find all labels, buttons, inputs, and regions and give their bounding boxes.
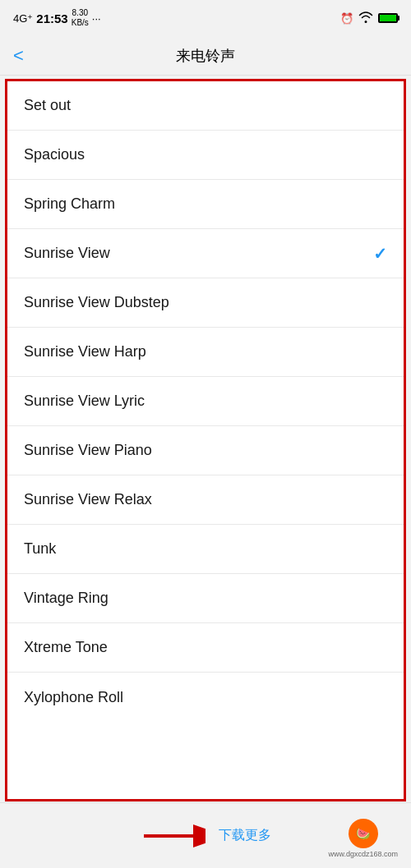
network-speed: 8.30KB/s	[72, 8, 89, 28]
status-time: 21:53	[36, 11, 67, 25]
ringtone-item[interactable]: Set out	[7, 81, 404, 131]
status-bar: 4G⁺ 21:53 8.30KB/s ··· ⏰	[0, 0, 411, 36]
arrow-icon	[140, 824, 206, 848]
ringtone-item[interactable]: Vintage Ring	[7, 574, 404, 623]
watermark-logo: 🍉	[349, 819, 378, 848]
ringtone-label: Sunrise View	[24, 245, 110, 262]
nav-bar: < 来电铃声	[0, 36, 411, 76]
ringtone-item[interactable]: Sunrise View Harp	[7, 328, 404, 377]
ringtone-item[interactable]: Xylophone Roll	[7, 673, 404, 722]
ringtone-item[interactable]: Spring Charm	[7, 180, 404, 229]
ringtone-label: Set out	[24, 97, 71, 114]
selected-check-icon: ✓	[373, 244, 387, 264]
ringtone-label: Sunrise View Lyric	[24, 393, 145, 410]
back-button[interactable]: <	[13, 45, 24, 67]
ringtone-item[interactable]: Sunrise View Relax	[7, 475, 404, 525]
status-left: 4G⁺ 21:53 8.30KB/s ···	[13, 8, 101, 28]
ringtone-item[interactable]: Sunrise View✓	[7, 229, 404, 278]
status-right: ⏰	[340, 11, 398, 25]
ringtone-label: Spring Charm	[24, 195, 115, 213]
ringtone-label: Xtreme Tone	[24, 639, 108, 656]
ringtone-label: Xylophone Roll	[24, 689, 123, 706]
dots-indicator: ···	[92, 12, 101, 25]
watermark: 🍉 www.dgxcdz168.com	[328, 819, 398, 858]
ringtone-label: Vintage Ring	[24, 590, 109, 607]
ringtone-item[interactable]: Tunk	[7, 525, 404, 574]
signal-indicator: 4G⁺	[13, 12, 33, 25]
ringtone-label: Sunrise View Relax	[24, 491, 152, 508]
download-more-link[interactable]: 下载更多	[219, 827, 271, 844]
ringtone-label: Spacious	[24, 146, 85, 163]
ringtone-label: Sunrise View Piano	[24, 442, 152, 459]
ringtone-item[interactable]: Sunrise View Dubstep	[7, 278, 404, 328]
download-arrow-container	[140, 824, 206, 848]
alarm-icon: ⏰	[340, 12, 353, 25]
watermark-text: www.dgxcdz168.com	[328, 850, 398, 858]
ringtone-item[interactable]: Sunrise View Lyric	[7, 377, 404, 426]
ringtone-list: Set outSpaciousSpring CharmSunrise View✓…	[7, 81, 404, 722]
ringtone-item[interactable]: Sunrise View Piano	[7, 426, 404, 475]
ringtone-item[interactable]: Spacious	[7, 131, 404, 180]
battery-icon	[378, 13, 398, 23]
ringtone-item[interactable]: Xtreme Tone	[7, 623, 404, 673]
page-title: 来电铃声	[176, 46, 235, 66]
bottom-bar: 下载更多 🍉 www.dgxcdz168.com	[0, 802, 411, 868]
wifi-icon	[358, 11, 373, 25]
content-area: Set outSpaciousSpring CharmSunrise View✓…	[5, 79, 406, 801]
ringtone-label: Sunrise View Dubstep	[24, 294, 169, 311]
ringtone-label: Sunrise View Harp	[24, 343, 146, 361]
ringtone-label: Tunk	[24, 540, 56, 558]
